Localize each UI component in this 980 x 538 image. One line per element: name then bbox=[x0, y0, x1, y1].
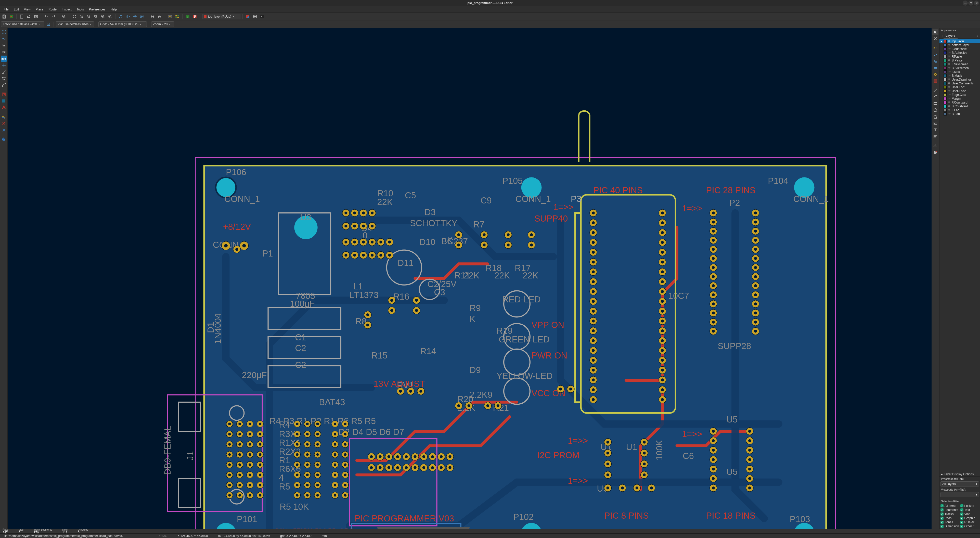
menu-inspect[interactable]: Inspect bbox=[60, 7, 74, 12]
scripting-console-icon[interactable] bbox=[259, 14, 265, 20]
layer-row-f-fab[interactable]: 👁F.Fab bbox=[939, 108, 980, 112]
window-minimize-button[interactable]: — bbox=[963, 0, 968, 6]
layer-visibility-icon[interactable]: 👁 bbox=[948, 63, 951, 65]
layer-swatch-icon[interactable] bbox=[943, 97, 947, 100]
layer-visibility-icon[interactable]: 👁 bbox=[948, 48, 951, 50]
ratsnest-icon[interactable] bbox=[1, 75, 7, 81]
add-text-icon[interactable]: T bbox=[932, 127, 939, 133]
draw-arc-icon[interactable] bbox=[932, 94, 939, 100]
45-mode-icon[interactable] bbox=[1, 69, 7, 75]
layer-row-b-fab[interactable]: 👁B.Fab bbox=[939, 112, 980, 116]
route-track-icon[interactable] bbox=[932, 51, 939, 57]
layer-swatch-icon[interactable] bbox=[943, 48, 947, 51]
layer-swatch-icon[interactable] bbox=[943, 105, 947, 108]
layer-row-f-paste[interactable]: 👁F.Paste bbox=[939, 54, 980, 58]
draw-circle-icon[interactable] bbox=[932, 107, 939, 113]
zoom-combo[interactable]: Zoom 2.20 ▾ bbox=[151, 21, 174, 27]
undo-icon[interactable] bbox=[43, 14, 49, 20]
layer-visibility-icon[interactable]: 👁 bbox=[948, 101, 951, 104]
tabs-next-icon[interactable]: › bbox=[976, 34, 979, 38]
menu-help[interactable]: Help bbox=[108, 7, 119, 12]
print-icon[interactable] bbox=[26, 14, 32, 20]
zone-hatch-icon[interactable] bbox=[1, 98, 7, 104]
layer-visibility-icon[interactable]: 👁 bbox=[948, 44, 951, 46]
layer-swatch-icon[interactable] bbox=[943, 74, 947, 77]
add-image-icon[interactable] bbox=[932, 120, 939, 126]
place-footprint-icon[interactable] bbox=[932, 45, 939, 51]
active-layer-combo[interactable]: top_layer (PgUp) ▾ bbox=[202, 14, 240, 19]
layer-swatch-icon[interactable] bbox=[943, 40, 947, 43]
filter-text[interactable]: ✓Text bbox=[960, 508, 979, 512]
layer-visibility-icon[interactable]: 👁 bbox=[948, 74, 951, 77]
filter-all-items[interactable]: ✓All items bbox=[940, 504, 959, 508]
select-tool-icon[interactable] bbox=[932, 29, 939, 35]
curved-ratsnest-icon[interactable] bbox=[1, 82, 7, 88]
layers-tab[interactable]: Layers bbox=[943, 33, 958, 38]
via-size-combo[interactable]: Via: use netclass sizes ▾ bbox=[56, 21, 94, 27]
page-settings-icon[interactable] bbox=[19, 14, 25, 20]
route-diff-pair-icon[interactable] bbox=[932, 58, 939, 64]
pad-display-icon[interactable] bbox=[1, 114, 7, 120]
layer-row-top_layer[interactable]: ▶👁top_layer bbox=[939, 39, 980, 43]
layer-swatch-icon[interactable] bbox=[943, 78, 947, 81]
layers-swap-icon[interactable] bbox=[245, 14, 251, 20]
layer-swatch-icon[interactable] bbox=[943, 93, 947, 96]
zoom-fit-icon[interactable] bbox=[93, 14, 99, 20]
layer-visibility-icon[interactable]: 👁 bbox=[948, 97, 951, 100]
filter-locked[interactable]: ✓Locked bbox=[960, 504, 979, 508]
layer-visibility-icon[interactable]: 👁 bbox=[948, 82, 951, 84]
window-close-button[interactable]: ✕ bbox=[974, 0, 979, 6]
layer-row-margin[interactable]: 👁Margin bbox=[939, 97, 980, 100]
layer-visibility-icon[interactable]: 👁 bbox=[948, 86, 951, 89]
board-setup-icon[interactable] bbox=[8, 14, 14, 20]
layer-swatch-icon[interactable] bbox=[943, 55, 947, 58]
layer-row-b-paste[interactable]: 👁B.Paste bbox=[939, 58, 980, 62]
layer-swatch-icon[interactable] bbox=[943, 82, 947, 85]
layer-visibility-icon[interactable]: 👁 bbox=[948, 89, 951, 92]
layer-row-f-mask[interactable]: 👁F.Mask bbox=[939, 70, 980, 74]
layer-swatch-icon[interactable] bbox=[943, 101, 947, 104]
menu-file[interactable]: File bbox=[2, 7, 10, 12]
filter-rule-ar[interactable]: ✓Rule Ar bbox=[960, 520, 979, 524]
3d-viewer-icon[interactable] bbox=[1, 136, 7, 142]
layer-visibility-icon[interactable]: 👁 bbox=[948, 78, 951, 81]
layer-swatch-icon[interactable] bbox=[943, 86, 947, 89]
highlight-net-icon[interactable] bbox=[932, 36, 939, 42]
layer-row-bottom_layer[interactable]: 👁bottom_layer bbox=[939, 43, 980, 47]
menu-route[interactable]: Route bbox=[46, 7, 59, 12]
flip-v-icon[interactable] bbox=[132, 14, 138, 20]
layer-swatch-icon[interactable] bbox=[943, 70, 947, 73]
layer-row-user-comments[interactable]: 👁User.Comments bbox=[939, 81, 980, 85]
filter-zones[interactable]: ✓Zones bbox=[940, 520, 959, 524]
redo-icon[interactable] bbox=[51, 14, 57, 20]
layer-visibility-icon[interactable]: 👁 bbox=[948, 59, 951, 62]
filter-dimensions[interactable]: ✓Dimensions bbox=[940, 524, 959, 528]
layer-visibility-icon[interactable]: 👁 bbox=[948, 108, 951, 111]
filter-vias[interactable]: ✓Vias bbox=[960, 512, 979, 516]
filter-graphic[interactable]: ✓Graphic bbox=[960, 516, 979, 520]
layer-row-b-adhesive[interactable]: 👁B.Adhesive bbox=[939, 51, 980, 54]
layer-swatch-icon[interactable] bbox=[943, 44, 947, 47]
filter-tracks[interactable]: ✓Tracks bbox=[940, 512, 959, 516]
mirror-icon[interactable] bbox=[139, 14, 145, 20]
window-maximize-button[interactable]: ◻ bbox=[968, 0, 974, 6]
menu-view[interactable]: View bbox=[22, 7, 33, 12]
layer-swatch-icon[interactable] bbox=[943, 59, 947, 62]
tune-length-icon[interactable] bbox=[932, 65, 939, 71]
add-via-icon[interactable] bbox=[932, 72, 939, 78]
draw-line-icon[interactable] bbox=[932, 87, 939, 93]
layer-swatch-icon[interactable] bbox=[943, 67, 947, 70]
full-crosshair-icon[interactable] bbox=[1, 62, 7, 68]
plot-icon[interactable] bbox=[33, 14, 39, 20]
draw-rect-icon[interactable] bbox=[932, 100, 939, 107]
layer-visibility-icon[interactable]: 👁 bbox=[948, 93, 951, 96]
layer-row-b-courtyard[interactable]: 👁B.Courtyard bbox=[939, 104, 980, 108]
units-mm-button[interactable]: mm bbox=[1, 56, 7, 62]
layer-row-b-mask[interactable]: 👁B.Mask bbox=[939, 74, 980, 78]
drc-icon[interactable] bbox=[192, 14, 198, 20]
track-width-apply-icon[interactable] bbox=[45, 21, 51, 27]
layer-visibility-icon[interactable]: 👁 bbox=[948, 105, 951, 108]
filter-footprints[interactable]: ✓Footprints bbox=[940, 508, 959, 512]
plugin-manager-icon[interactable] bbox=[252, 14, 258, 20]
lock-icon[interactable] bbox=[150, 14, 156, 20]
